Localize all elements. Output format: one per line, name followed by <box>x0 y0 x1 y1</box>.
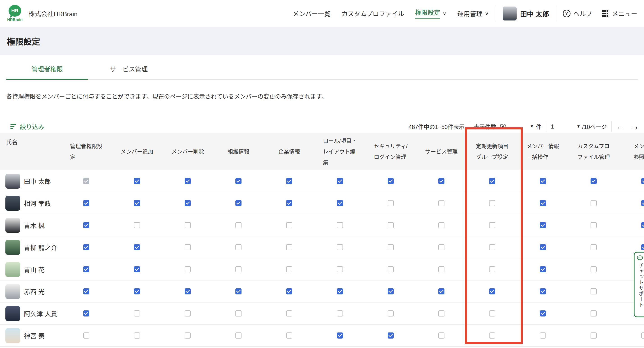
permission-checkbox[interactable] <box>134 288 140 294</box>
nav-item-operation-management[interactable]: 運用管理 ∨ <box>457 9 489 18</box>
permission-checkbox[interactable] <box>185 244 191 250</box>
permission-checkbox[interactable] <box>134 266 140 272</box>
permission-checkbox[interactable] <box>286 244 292 250</box>
tab-admin-permissions[interactable]: 管理者権限 <box>6 64 88 80</box>
permission-checkbox[interactable] <box>590 310 597 317</box>
permission-checkbox[interactable] <box>286 288 292 294</box>
permission-checkbox[interactable] <box>236 333 242 339</box>
permission-checkbox[interactable] <box>438 310 444 317</box>
page-size-value[interactable]: 50 <box>500 123 506 130</box>
permission-checkbox[interactable] <box>388 200 394 206</box>
permission-checkbox[interactable] <box>590 178 597 184</box>
permission-checkbox[interactable] <box>134 222 140 228</box>
permission-checkbox[interactable] <box>83 310 89 317</box>
permission-checkbox[interactable] <box>438 222 444 228</box>
permission-checkbox[interactable] <box>236 222 242 228</box>
current-page-value[interactable]: 1 <box>551 123 554 130</box>
permission-checkbox[interactable] <box>286 222 292 228</box>
permission-checkbox[interactable] <box>590 222 597 228</box>
permission-checkbox[interactable] <box>83 200 89 206</box>
permission-checkbox[interactable] <box>590 200 597 206</box>
permission-checkbox[interactable] <box>83 222 89 228</box>
permission-checkbox[interactable] <box>438 266 444 272</box>
permission-checkbox[interactable] <box>286 310 292 317</box>
user-account[interactable]: 田中 太郎 <box>502 6 549 20</box>
permission-checkbox[interactable] <box>388 222 394 228</box>
permission-checkbox[interactable] <box>286 333 292 339</box>
permission-checkbox[interactable] <box>590 333 597 339</box>
permission-checkbox[interactable] <box>185 266 191 272</box>
permission-checkbox[interactable] <box>438 288 444 294</box>
tab-service-management[interactable]: サービス管理 <box>88 64 170 79</box>
permission-checkbox[interactable] <box>236 244 242 250</box>
permission-checkbox[interactable] <box>337 222 343 228</box>
permission-checkbox[interactable] <box>388 244 394 250</box>
permission-checkbox[interactable] <box>134 178 140 184</box>
nav-item-custom-profile[interactable]: カスタムプロファイル <box>342 9 404 18</box>
permission-checkbox[interactable] <box>185 288 191 294</box>
permission-checkbox[interactable] <box>388 266 394 272</box>
permission-checkbox[interactable] <box>83 333 89 339</box>
permission-checkbox[interactable] <box>134 310 140 317</box>
permission-checkbox[interactable] <box>286 178 292 184</box>
page-dropdown-icon[interactable]: ▼ <box>576 124 580 129</box>
permission-checkbox[interactable] <box>337 200 343 206</box>
permission-checkbox[interactable] <box>489 288 495 294</box>
permission-checkbox[interactable] <box>641 200 644 206</box>
permission-checkbox[interactable] <box>590 266 597 272</box>
next-page-button[interactable]: → <box>631 123 639 131</box>
filter-button[interactable]: 絞り込み <box>10 122 44 131</box>
permission-checkbox[interactable] <box>590 288 597 294</box>
permission-checkbox[interactable] <box>641 222 644 228</box>
permission-checkbox[interactable] <box>236 288 242 294</box>
menu-button[interactable]: メニュー <box>602 9 637 18</box>
hrbrain-logo[interactable]: HR HRBrain <box>7 5 23 22</box>
permission-checkbox[interactable] <box>388 288 394 294</box>
permission-checkbox[interactable] <box>134 333 140 339</box>
permission-checkbox[interactable] <box>185 222 191 228</box>
permission-checkbox[interactable] <box>489 200 495 206</box>
permission-checkbox[interactable] <box>641 244 644 250</box>
permission-checkbox[interactable] <box>590 244 597 250</box>
nav-item-permission-settings[interactable]: 権限設定 ∨ <box>415 8 446 19</box>
permission-checkbox[interactable] <box>540 244 546 250</box>
permission-checkbox[interactable] <box>134 244 140 250</box>
page-size-dropdown-icon[interactable]: ▼ <box>530 124 534 129</box>
permission-checkbox[interactable] <box>540 222 546 228</box>
help-button[interactable]: ? ヘルプ <box>563 9 592 18</box>
permission-checkbox[interactable] <box>134 200 140 206</box>
permission-checkbox[interactable] <box>83 266 89 272</box>
permission-checkbox[interactable] <box>337 310 343 317</box>
permission-checkbox[interactable] <box>489 244 495 250</box>
chat-support-button[interactable]: チャットサポート <box>634 252 644 317</box>
permission-checkbox[interactable] <box>540 200 546 206</box>
nav-item-members[interactable]: メンバー一覧 <box>293 9 330 18</box>
permission-checkbox[interactable] <box>337 288 343 294</box>
permission-checkbox[interactable] <box>83 288 89 294</box>
permission-checkbox[interactable] <box>489 310 495 317</box>
permission-checkbox[interactable] <box>641 333 644 339</box>
permission-checkbox[interactable] <box>185 178 191 184</box>
permission-checkbox[interactable] <box>489 333 495 339</box>
permission-checkbox[interactable] <box>489 222 495 228</box>
permission-checkbox[interactable] <box>489 266 495 272</box>
permission-checkbox[interactable] <box>540 288 546 294</box>
permission-checkbox[interactable] <box>236 310 242 317</box>
permission-checkbox[interactable] <box>236 266 242 272</box>
permission-checkbox[interactable] <box>337 178 343 184</box>
permission-checkbox[interactable] <box>337 266 343 272</box>
prev-page-button[interactable]: ← <box>616 123 624 131</box>
permission-checkbox[interactable] <box>540 178 546 184</box>
permission-checkbox[interactable] <box>388 333 394 339</box>
permission-checkbox[interactable] <box>337 244 343 250</box>
permission-checkbox[interactable] <box>185 310 191 317</box>
permission-checkbox[interactable] <box>438 244 444 250</box>
permission-checkbox[interactable] <box>236 200 242 206</box>
permission-checkbox[interactable] <box>641 178 644 184</box>
permission-checkbox[interactable] <box>540 310 546 317</box>
permission-checkbox[interactable] <box>83 244 89 250</box>
permission-checkbox[interactable] <box>185 200 191 206</box>
permission-checkbox[interactable] <box>337 333 343 339</box>
permission-checkbox[interactable] <box>236 178 242 184</box>
permission-checkbox[interactable] <box>388 178 394 184</box>
